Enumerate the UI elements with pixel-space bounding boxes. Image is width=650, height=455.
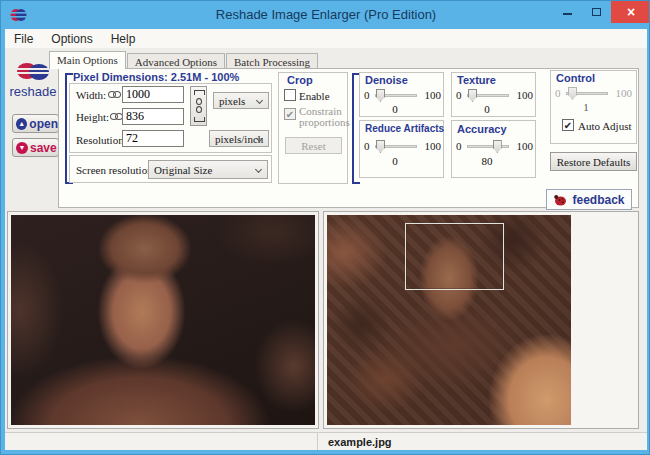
auto-adjust-checkbox[interactable]: ✔ — [562, 119, 574, 131]
crop-group: Crop Enable ✔ Constrain proportions Rese… — [278, 72, 348, 184]
accuracy-group: Accuracy 0 100 80 — [451, 120, 536, 178]
width-label: Width: — [76, 89, 106, 101]
denoise-value: 0 — [360, 103, 430, 115]
menu-item-help[interactable]: Help — [102, 32, 145, 46]
link-dimensions-button[interactable] — [190, 86, 207, 126]
crop-enable-checkbox[interactable] — [284, 89, 296, 101]
accuracy-slider[interactable] — [467, 140, 509, 153]
brand-name: reshade — [6, 84, 60, 99]
accuracy-title: Accuracy — [457, 123, 507, 135]
feedback-button[interactable]: feedback — [546, 189, 632, 210]
height-label: Height: — [76, 111, 109, 123]
restore-defaults-button[interactable]: Restore Defaults — [550, 152, 637, 171]
app-window: Reshade Image Enlarger (Pro Edition) × F… — [0, 0, 650, 455]
screen-resolution-select[interactable]: Original Size — [148, 160, 268, 179]
preview-full-panel — [323, 211, 639, 429]
chevron-down-icon — [256, 97, 263, 104]
pixel-dimensions-box: Width: Height: pixels Resolution pixels/… — [69, 83, 272, 153]
selection-rectangle[interactable] — [405, 223, 504, 290]
accuracy-slider-thumb[interactable] — [493, 140, 502, 153]
bug-icon — [553, 194, 567, 206]
adjustments-brace — [352, 73, 358, 184]
statusbar-left-cell — [5, 433, 318, 450]
constrain-proportions-label: Constrain proportions — [299, 106, 345, 128]
save-button[interactable]: ▼ save — [12, 138, 59, 157]
auto-adjust-label: Auto Adjust — [578, 120, 631, 132]
crop-enable-label: Enable — [299, 90, 330, 102]
reduce-artifacts-value: 0 — [360, 155, 430, 167]
main-options-panel: Pixel Dimensions: 2.51M - 100% Width: He… — [58, 68, 639, 208]
preview-zoomed-panel — [7, 211, 319, 429]
screen-resolution-box: Screen resolution Original Size — [69, 155, 272, 183]
height-input[interactable] — [122, 108, 184, 125]
texture-title: Texture — [457, 74, 496, 86]
tab-batch-processing[interactable]: Batch Processing — [226, 53, 318, 69]
titlebar[interactable]: Reshade Image Enlarger (Pro Edition) × — [1, 1, 650, 29]
close-icon: × — [627, 4, 635, 20]
texture-slider-thumb[interactable] — [468, 89, 477, 102]
texture-value: 0 — [452, 103, 522, 115]
control-value: 1 — [551, 101, 621, 113]
screen-resolution-label: Screen resolution — [76, 164, 153, 176]
statusbar-right-cell: example.jpg — [318, 433, 647, 450]
denoise-group: Denoise 0 100 0 — [359, 72, 444, 117]
chevron-down-icon — [255, 166, 262, 173]
menu-item-file[interactable]: File — [5, 32, 42, 46]
menubar: File Options Help — [5, 29, 647, 48]
resolution-unit-select[interactable]: pixels/inch — [209, 130, 269, 147]
statusbar: example.jpg — [5, 432, 647, 450]
reduce-artifacts-group: Reduce Artifacts 0 100 0 — [359, 120, 444, 178]
tab-advanced-options[interactable]: Advanced Options — [127, 53, 225, 69]
menu-item-options[interactable]: Options — [42, 32, 101, 46]
resolution-label: Resolution — [76, 134, 124, 146]
crop-reset-button[interactable]: Reset — [285, 137, 342, 154]
crop-title: Crop — [287, 74, 313, 86]
maximize-icon — [592, 8, 601, 16]
tab-bar: Main Options Advanced Options Batch Proc… — [49, 51, 319, 69]
link-chain-icon — [196, 98, 202, 105]
main-content: reshade ▲ open ▼ save Main Options Advan… — [5, 48, 647, 450]
save-icon: ▼ — [16, 142, 28, 154]
statusbar-filename: example.jpg — [328, 436, 392, 448]
resolution-input[interactable] — [122, 130, 184, 147]
dimension-unit-select[interactable]: pixels — [213, 92, 269, 109]
denoise-slider-thumb[interactable] — [376, 89, 385, 102]
minimize-button[interactable] — [553, 1, 582, 23]
constrain-proportions-checkbox[interactable]: ✔ — [284, 108, 296, 120]
minimize-icon — [563, 13, 572, 15]
accuracy-value: 80 — [452, 155, 522, 167]
reduce-artifacts-slider[interactable] — [375, 140, 417, 153]
preview-zoomed-image — [11, 215, 315, 425]
control-group: Control 0 100 1 ✔ Auto Adjust — [550, 70, 637, 144]
texture-group: Texture 0 100 0 — [451, 72, 536, 117]
control-slider-thumb — [568, 87, 577, 100]
maximize-button[interactable] — [582, 1, 611, 23]
denoise-slider[interactable] — [375, 89, 417, 102]
close-button[interactable]: × — [611, 1, 650, 23]
denoise-title: Denoise — [365, 74, 408, 86]
preview-full-image[interactable] — [327, 215, 571, 425]
control-slider — [566, 87, 608, 100]
texture-slider[interactable] — [467, 89, 509, 102]
control-title: Control — [556, 72, 595, 84]
open-icon: ▲ — [16, 118, 27, 130]
width-chain-icon — [108, 91, 121, 99]
pixel-dimensions-title: Pixel Dimensions: 2.51M - 100% — [73, 71, 239, 83]
reduce-artifacts-title: Reduce Artifacts — [365, 123, 444, 134]
open-button[interactable]: ▲ open — [12, 114, 59, 133]
reduce-artifacts-slider-thumb[interactable] — [376, 140, 385, 153]
width-input[interactable] — [122, 86, 184, 103]
tab-main-options[interactable]: Main Options — [49, 51, 126, 69]
